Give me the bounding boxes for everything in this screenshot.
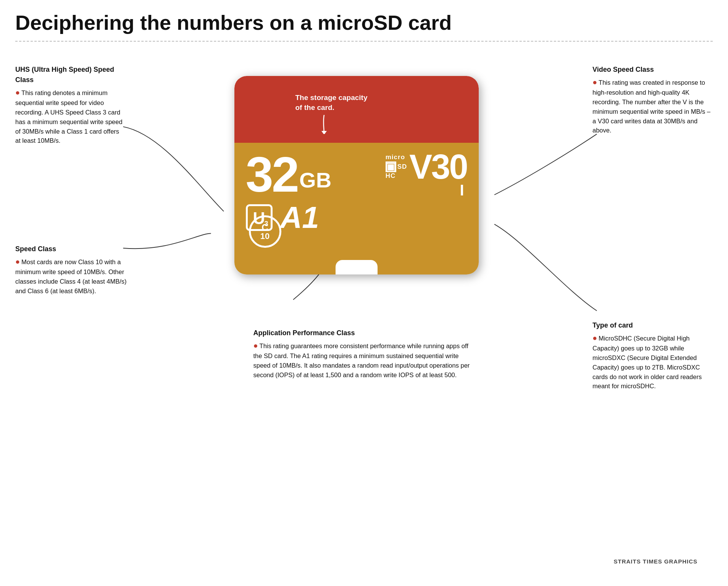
class10-circle: C 10 — [249, 215, 281, 248]
uhs-body: ●This rating denotes a minimum sequentia… — [15, 87, 126, 145]
annotation-speed: Speed Class ●Most cards are now Class 10… — [15, 244, 128, 295]
micro-logo-block: micro ▣ SD HC V30 — [386, 153, 467, 182]
right-top-group: micro ▣ SD HC V30 I — [386, 153, 467, 198]
card-row1: 32 GB micro ▣ SD — [246, 150, 467, 199]
uhs-title: UHS (Ultra High Speed) Speed Class — [15, 65, 126, 85]
class10-num: 10 — [260, 232, 270, 241]
speed-body: ●Most cards are now Class 10 with a mini… — [15, 256, 128, 295]
speed-bullet: ● — [15, 257, 20, 266]
footer: STRAITS TIMES GRAPHICS — [613, 558, 697, 565]
card-size: 32 — [246, 150, 298, 199]
annotation-type: Type of card ●MicroSDHC (Secure Digital … — [592, 320, 713, 391]
micro-logo-text: micro ▣ SD HC — [386, 153, 407, 180]
app-body: ●This rating guarantees more consistent … — [253, 340, 475, 379]
speed-title: Speed Class — [15, 244, 128, 254]
annotation-uhs: UHS (Ultra High Speed) Speed Class ●This… — [15, 65, 126, 145]
v30-text: V30 — [409, 152, 467, 182]
content-area: UHS (Ultra High Speed) Speed Class ●This… — [15, 53, 713, 568]
uhs-bullet: ● — [15, 88, 20, 97]
divider — [15, 41, 713, 42]
sd-card-wrapper: The storage capacity of the card. — [234, 76, 494, 274]
card-unit: GB — [299, 168, 331, 192]
video-body: ●This rating was created in response to … — [592, 76, 713, 135]
card-bottom-gold: 32 GB micro ▣ SD — [234, 143, 479, 274]
type-bullet: ● — [592, 334, 597, 342]
roman-i: I — [460, 182, 467, 198]
sd-logo-icon: ▣ — [386, 161, 396, 172]
annotation-app: Application Performance Class ●This rati… — [253, 328, 475, 379]
video-title: Video Speed Class — [592, 65, 713, 75]
type-body: ●MicroSDHC (Secure Digital High Capacity… — [592, 332, 713, 391]
page-title: Deciphering the numbers on a microSD car… — [15, 11, 713, 34]
card-top-red — [234, 76, 479, 143]
type-title: Type of card — [592, 320, 713, 331]
card-notch — [336, 260, 378, 274]
main-container: Deciphering the numbers on a microSD car… — [0, 0, 728, 576]
annotation-video: Video Speed Class ●This rating was creat… — [592, 65, 713, 135]
class10-badge: C 10 — [249, 215, 281, 248]
size-group: 32 GB — [246, 150, 332, 199]
a1-badge: A1 — [280, 202, 319, 233]
video-bullet: ● — [592, 78, 597, 86]
class10-c: C — [261, 223, 268, 232]
sd-card: 32 GB micro ▣ SD — [234, 76, 479, 274]
app-title: Application Performance Class — [253, 328, 475, 338]
app-bullet: ● — [253, 341, 258, 350]
